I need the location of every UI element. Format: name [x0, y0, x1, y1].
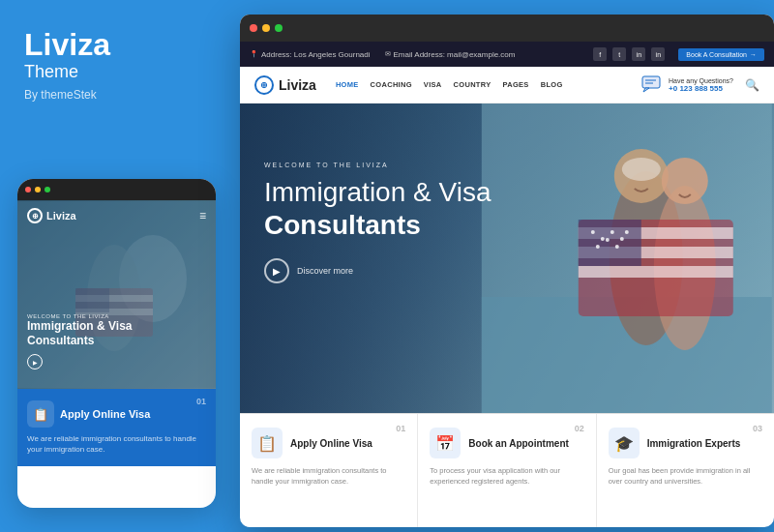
mobile-card-desc: We are reliable immigration consultants …	[27, 433, 206, 455]
mobile-mockup: ⊕ Liviza ≡ WELCOME TO THE LIVIZA Immigra…	[17, 179, 216, 508]
mobile-hero-heading: Immigration & Visa Consultants	[27, 319, 132, 349]
card-icon-1: 📋	[252, 428, 283, 458]
card-title-1: Apply Online Visa	[290, 438, 372, 449]
mobile-play-button[interactable]: ▶	[27, 354, 43, 369]
svg-marker-8	[643, 88, 649, 92]
card-apply-visa: 01 📋 Apply Online Visa We are reliable i…	[240, 414, 418, 527]
discover-button[interactable]: ▶	[264, 258, 289, 283]
mobile-card-icon: 📋	[27, 400, 54, 428]
svg-point-23	[591, 230, 595, 234]
nav-country[interactable]: COUNTRY	[454, 80, 491, 89]
email-icon: ✉	[385, 50, 391, 58]
mobile-card: 01 📋 Apply Online Visa We are reliable i…	[17, 389, 216, 466]
hero-welcome-text: WELCOME TO THE LIVIZA	[264, 162, 491, 168]
browser-dot-yellow	[262, 24, 270, 32]
card-header-1: 📋 Apply Online Visa	[252, 428, 405, 458]
svg-rect-21	[579, 266, 733, 278]
nav-pages[interactable]: PAGES	[502, 80, 528, 89]
email-item: ✉ Email Address: mail@example.com	[385, 50, 516, 59]
nav-coaching[interactable]: COACHING	[371, 80, 412, 89]
mobile-top-bar	[17, 179, 216, 200]
card-appointment: 02 📅 Book an Appointment To process your…	[418, 414, 596, 527]
address-text: Address: Los Angeles Gournadi	[261, 50, 371, 59]
card-icon-3: 🎓	[609, 428, 640, 458]
twitter-icon[interactable]: t	[612, 47, 626, 61]
nav-visa[interactable]: VISA	[424, 80, 442, 89]
logo-globe-icon: ⊕	[254, 75, 274, 95]
browser-mockup: 📍 Address: Los Angeles Gournadi ✉ Email …	[240, 15, 774, 527]
svg-point-24	[601, 237, 605, 241]
nav-links: HOME COACHING VISA COUNTRY PAGES BLOG	[336, 80, 563, 89]
browser-dot-green	[275, 24, 283, 32]
mobile-welcome-label: WELCOME TO THE LIVIZA	[27, 313, 132, 319]
mobile-globe-icon: ⊕	[27, 208, 43, 223]
left-panel: Liviza Theme By themeStek ⊕	[0, 0, 240, 532]
card-desc-1: We are reliable immigration consultants …	[252, 465, 405, 488]
search-icon[interactable]: 🔍	[745, 78, 759, 92]
book-consultation-button[interactable]: Book A Consultation →	[678, 48, 764, 61]
have-questions: Have any Questions? +0 123 888 555	[641, 75, 733, 95]
chat-icon	[641, 75, 663, 95]
arrow-icon: →	[750, 51, 757, 58]
mobile-dot-red	[25, 187, 31, 192]
nav-home[interactable]: HOME	[336, 80, 359, 89]
svg-point-29	[615, 245, 619, 249]
bottom-cards: 01 📋 Apply Online Visa We are reliable i…	[240, 413, 774, 527]
hamburger-icon[interactable]: ≡	[199, 209, 206, 222]
card-title-2: Book an Appointment	[468, 438, 569, 449]
phone-number: +0 123 888 555	[669, 84, 733, 93]
hero-content: WELCOME TO THE LIVIZA Immigration & Visa…	[264, 162, 491, 283]
card-header-3: 🎓 Immigration Experts	[609, 428, 762, 458]
address-bar: 📍 Address: Los Angeles Gournadi ✉ Email …	[240, 42, 774, 67]
card-desc-3: Our goal has been provide immigration in…	[609, 465, 762, 488]
site-logo: ⊕ Liviza	[254, 75, 316, 95]
linkedin-icon[interactable]: in	[632, 47, 645, 61]
card-desc-2: To process your visa application with ou…	[430, 465, 583, 488]
mobile-card-title: Apply Online Visa	[60, 408, 150, 420]
hero-section: WELCOME TO THE LIVIZA Immigration & Visa…	[240, 103, 774, 413]
mobile-card-number: 01	[196, 397, 206, 406]
hero-people-image	[480, 103, 774, 413]
mobile-dot-green	[45, 187, 50, 192]
svg-point-17	[622, 158, 661, 181]
mobile-logo: ⊕ Liviza	[27, 208, 76, 223]
card-number-1: 01	[396, 424, 405, 433]
site-nav: ⊕ Liviza HOME COACHING VISA COUNTRY PAGE…	[240, 67, 774, 103]
card-icon-2: 📅	[430, 428, 461, 458]
email-text: Email Address: mail@example.com	[394, 50, 516, 59]
facebook-icon[interactable]: f	[593, 47, 607, 61]
card-immigration-experts: 03 🎓 Immigration Experts Our goal has be…	[597, 414, 774, 527]
instagram-icon[interactable]: in	[651, 47, 665, 61]
svg-point-30	[625, 230, 629, 234]
browser-top-bar	[240, 15, 774, 42]
svg-rect-6	[75, 288, 109, 312]
brand-title: Liviza	[24, 29, 216, 60]
mobile-hero: ⊕ Liviza ≡ WELCOME TO THE LIVIZA Immigra…	[17, 200, 216, 389]
hero-heading: Immigration & Visa Consultants	[264, 176, 491, 241]
svg-point-28	[606, 238, 610, 242]
svg-point-26	[620, 237, 624, 241]
svg-rect-22	[579, 220, 641, 266]
address-item: 📍 Address: Los Angeles Gournadi	[250, 50, 371, 59]
mobile-dot-yellow	[35, 187, 41, 192]
social-icons: f t in in Book A Consultation →	[593, 47, 764, 61]
svg-point-27	[596, 245, 600, 249]
nav-right: Have any Questions? +0 123 888 555 🔍	[641, 75, 759, 95]
svg-point-25	[610, 230, 614, 234]
hero-cta: ▶ Discover more	[264, 258, 491, 283]
mobile-nav: ⊕ Liviza ≡	[17, 208, 216, 223]
card-number-3: 03	[753, 424, 762, 433]
card-header-2: 📅 Book an Appointment	[430, 428, 583, 458]
questions-text: Have any Questions? +0 123 888 555	[669, 77, 733, 93]
nav-blog[interactable]: BLOG	[541, 80, 563, 89]
brand-by: By themeStek	[24, 88, 216, 102]
discover-text: Discover more	[297, 266, 353, 276]
location-icon: 📍	[250, 50, 258, 58]
mobile-card-row: 📋 Apply Online Visa	[27, 400, 206, 428]
card-number-2: 02	[575, 424, 584, 433]
brand-subtitle: Theme	[24, 62, 216, 82]
mobile-hero-text: WELCOME TO THE LIVIZA Immigration & Visa…	[27, 313, 132, 369]
card-title-3: Immigration Experts	[647, 438, 741, 449]
browser-dot-red	[250, 24, 257, 32]
svg-rect-7	[642, 76, 660, 88]
